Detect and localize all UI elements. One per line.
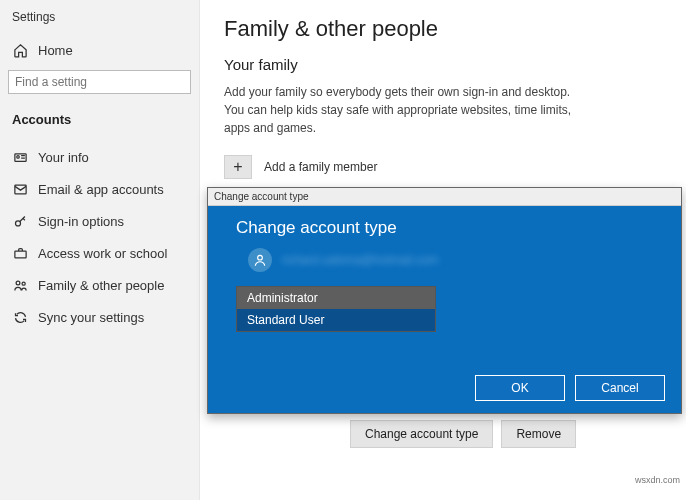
sidebar-item-label: Access work or school: [38, 246, 167, 261]
option-standard-user[interactable]: Standard User: [237, 309, 435, 331]
change-account-type-button[interactable]: Change account type: [350, 420, 493, 448]
sidebar-item-email[interactable]: Email & app accounts: [0, 173, 199, 205]
family-description: Add your family so everybody gets their …: [224, 83, 584, 137]
mail-icon: [12, 181, 28, 197]
ok-button[interactable]: OK: [475, 375, 565, 401]
svg-point-5: [16, 281, 20, 285]
add-family-member-row[interactable]: + Add a family member: [224, 155, 662, 179]
briefcase-icon: [12, 245, 28, 261]
home-icon: [12, 42, 28, 58]
id-card-icon: [12, 149, 28, 165]
sidebar-item-label: Sync your settings: [38, 310, 144, 325]
sidebar-item-label: Sign-in options: [38, 214, 124, 229]
cancel-button[interactable]: Cancel: [575, 375, 665, 401]
add-family-member-label: Add a family member: [264, 160, 377, 174]
user-email: richard.sabrina@hotmail.com: [282, 253, 438, 267]
dialog-heading: Change account type: [236, 218, 653, 238]
dialog-body: Change account type richard.sabrina@hotm…: [208, 206, 681, 344]
svg-point-7: [258, 255, 263, 260]
svg-rect-4: [14, 251, 25, 258]
dialog-footer: OK Cancel: [475, 375, 665, 401]
dialog-titlebar: Change account type: [208, 188, 681, 206]
sidebar-item-family[interactable]: Family & other people: [0, 269, 199, 301]
key-icon: [12, 213, 28, 229]
remove-button[interactable]: Remove: [501, 420, 576, 448]
option-administrator[interactable]: Administrator: [237, 287, 435, 309]
nav-home-label: Home: [38, 43, 73, 58]
watermark: wsxdn.com: [635, 475, 680, 485]
search-input[interactable]: [8, 70, 191, 94]
sidebar-item-sync[interactable]: Sync your settings: [0, 301, 199, 333]
member-action-buttons: Change account type Remove: [350, 420, 576, 448]
account-type-dropdown[interactable]: Administrator Standard User: [236, 286, 436, 332]
svg-point-6: [22, 282, 25, 285]
plus-icon: +: [224, 155, 252, 179]
sidebar-item-label: Your info: [38, 150, 89, 165]
sidebar-item-label: Email & app accounts: [38, 182, 164, 197]
avatar-icon: [248, 248, 272, 272]
nav-home[interactable]: Home: [0, 34, 199, 66]
sidebar-section-heading: Accounts: [0, 108, 199, 141]
svg-point-3: [15, 220, 20, 225]
sidebar: Settings Home Accounts Your info Email &…: [0, 0, 200, 500]
people-icon: [12, 277, 28, 293]
change-account-type-dialog: Change account type Change account type …: [207, 187, 682, 414]
sidebar-item-work[interactable]: Access work or school: [0, 237, 199, 269]
page-subtitle: Your family: [224, 56, 662, 73]
sync-icon: [12, 309, 28, 325]
sidebar-item-label: Family & other people: [38, 278, 164, 293]
app-title: Settings: [0, 8, 199, 34]
sidebar-item-your-info[interactable]: Your info: [0, 141, 199, 173]
page-title: Family & other people: [224, 16, 662, 42]
svg-point-1: [16, 155, 19, 158]
sidebar-item-signin[interactable]: Sign-in options: [0, 205, 199, 237]
dialog-user-row: richard.sabrina@hotmail.com: [248, 248, 653, 272]
settings-window: Settings Home Accounts Your info Email &…: [0, 0, 686, 500]
search-wrap: [8, 70, 191, 94]
